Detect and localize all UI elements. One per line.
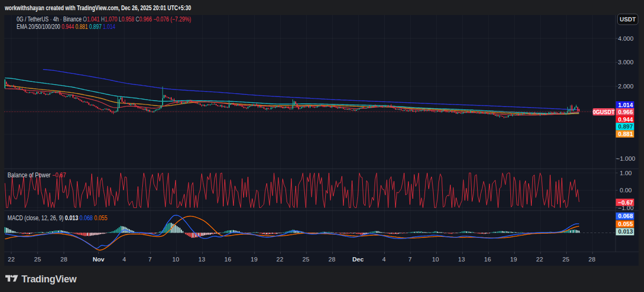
- svg-text:22: 22: [536, 256, 543, 263]
- svg-text:13: 13: [199, 256, 206, 263]
- svg-text:4: 4: [122, 256, 126, 263]
- svg-text:22: 22: [276, 256, 283, 263]
- svg-text:0.881: 0.881: [618, 131, 633, 137]
- svg-text:22: 22: [8, 256, 15, 263]
- svg-text:0G / TetherUS · 4h · Binance: 0G / TetherUS · 4h · Binance O1.041 H1.0…: [17, 16, 191, 23]
- svg-text:0.055: 0.055: [618, 221, 633, 227]
- svg-text:28: 28: [589, 256, 596, 263]
- svg-text:0GUSDT: 0GUSDT: [593, 109, 615, 115]
- svg-text:25: 25: [562, 256, 569, 263]
- svg-text:0.00: 0.00: [620, 187, 632, 193]
- svg-text:1.00: 1.00: [620, 170, 632, 176]
- svg-text:Dec: Dec: [352, 256, 364, 263]
- svg-text:TradingView: TradingView: [21, 274, 77, 284]
- svg-text:10: 10: [432, 256, 439, 263]
- svg-text:MACD (close, 12, 26, 9) 0.013: MACD (close, 12, 26, 9) 0.013 0.068 0.05…: [8, 214, 107, 222]
- svg-text:Balance of Power −0.67: Balance of Power −0.67: [8, 171, 66, 179]
- svg-text:2.000: 2.000: [618, 83, 634, 89]
- svg-text:−1.000: −1.000: [616, 155, 635, 162]
- svg-text:28: 28: [328, 256, 335, 263]
- svg-text:0.013: 0.013: [618, 228, 633, 235]
- svg-text:1.014: 1.014: [618, 102, 633, 108]
- svg-text:10: 10: [172, 256, 179, 263]
- svg-text:workwithshayan created with Tr: workwithshayan created with TradingView.…: [4, 4, 191, 12]
- svg-text:Nov: Nov: [93, 256, 105, 263]
- svg-text:19: 19: [251, 256, 258, 263]
- svg-text:3.000: 3.000: [618, 59, 634, 65]
- svg-text:25: 25: [34, 256, 41, 263]
- svg-text:0.897: 0.897: [618, 123, 633, 130]
- svg-text:4: 4: [382, 256, 386, 263]
- svg-text:19: 19: [510, 256, 517, 263]
- svg-text:−0.67: −0.67: [618, 199, 633, 206]
- svg-text:7: 7: [148, 256, 151, 263]
- svg-text:25: 25: [303, 256, 310, 263]
- svg-text:0.966: 0.966: [618, 109, 633, 115]
- svg-text:0.944: 0.944: [618, 116, 633, 123]
- svg-text:7: 7: [408, 256, 412, 263]
- svg-text:16: 16: [484, 256, 491, 263]
- svg-text:16: 16: [224, 256, 231, 263]
- svg-text:0.068: 0.068: [618, 213, 633, 219]
- svg-text:13: 13: [458, 256, 465, 263]
- svg-text:EMA 20/50/100/200 0.944 0.881: EMA 20/50/100/200 0.944 0.881 0.897 1.01…: [17, 23, 115, 31]
- svg-text:USDT: USDT: [620, 16, 636, 23]
- svg-text:4.000: 4.000: [618, 35, 634, 42]
- svg-text:28: 28: [61, 256, 68, 263]
